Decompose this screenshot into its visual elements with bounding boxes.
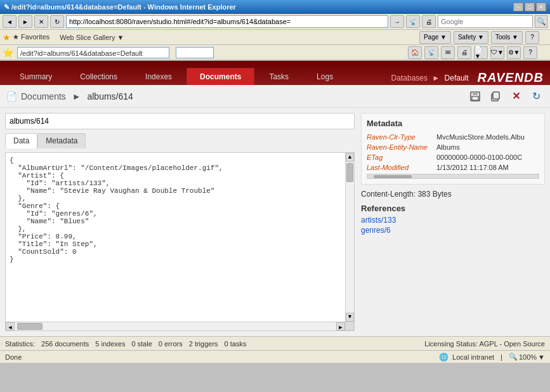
indexes-count: 5 indexes [95, 340, 125, 348]
tab-metadata-doc[interactable]: Metadata [37, 133, 86, 148]
document-editor[interactable]: { "AlbumArtUrl": "/Content/Images/placeh… [6, 153, 354, 296]
browser-status-left: Done [5, 353, 439, 361]
nav-tabs: Summary Collections Indexes Documents Ta… [0, 61, 550, 85]
back-button[interactable]: ◄ [3, 15, 16, 28]
reference-link-artists[interactable]: artists/133 [361, 216, 545, 225]
doc-tab-bar: Data Metadata [5, 133, 355, 148]
search-input[interactable] [438, 15, 533, 28]
metadata-scrollbar[interactable] [367, 174, 539, 179]
help-toolbar-button[interactable]: ? [523, 46, 537, 59]
zoom-separator: | [501, 353, 502, 361]
metadata-key-clr-type: Raven-Clr-Type [367, 133, 436, 141]
safety-button[interactable]: Safety ▼ [454, 31, 488, 44]
stop-button[interactable]: ✕ [34, 15, 48, 28]
breadcrumb-parent[interactable]: Documents [21, 91, 66, 101]
zoom-control[interactable]: 🔍 100% ▼ [509, 353, 545, 361]
tasks-count: 0 tasks [225, 340, 247, 348]
tab-data[interactable]: Data [5, 133, 37, 148]
rss-icon[interactable]: 📡 [406, 15, 420, 28]
tools-toolbar-button[interactable]: ⚙▼ [507, 46, 521, 59]
search-button[interactable]: 🔍 [535, 15, 547, 28]
reference-link-genres[interactable]: genres/6 [361, 226, 545, 235]
breadcrumb: Documents ► albums/614 [21, 91, 133, 101]
tab-collections[interactable]: Collections [67, 68, 131, 85]
tab-logs[interactable]: Logs [303, 68, 346, 85]
scroll-down-button[interactable]: ▼ [346, 313, 354, 322]
tab-tasks[interactable]: Tasks [256, 68, 302, 85]
address-toolbar: ⭐ /edit?id=albums/614&database=Default 🏠… [0, 45, 550, 60]
tab-documents[interactable]: Documents [187, 68, 254, 85]
doc-left-panel: Data Metadata { "AlbumArtUrl": "/Content… [5, 113, 355, 331]
mail-icon[interactable]: ✉ [441, 46, 455, 59]
minimize-button[interactable]: − [513, 3, 523, 11]
page-button[interactable]: Page ▼ [419, 31, 451, 44]
page-address-bar[interactable]: /edit?id=albums/614&database=Default [17, 47, 169, 58]
doc-tabs: Data Metadata [5, 133, 355, 148]
statistics-label: Statistics: [5, 340, 35, 348]
content-length-section: Content-Length: 383 Bytes [361, 190, 545, 199]
content-length-label: Content-Length: 383 Bytes [361, 190, 452, 199]
vertical-scrollbar[interactable]: ▲ ▼ [345, 153, 354, 322]
favorites-button[interactable]: ★ Favorites [13, 33, 49, 41]
document-icon: 📄 [6, 91, 17, 101]
tab-summary[interactable]: Summary [6, 68, 65, 85]
tab-selector[interactable] [176, 47, 214, 58]
databases-link[interactable]: Databases ► Default [391, 74, 469, 82]
licensing-label: Licensing Status: [424, 340, 478, 348]
scroll-up-button[interactable]: ▲ [346, 153, 354, 162]
license-type: AGPL - Open Source [479, 340, 545, 348]
metadata-last-modified-row: Last-Modified 1/13/2012 11:17:08 AM [367, 164, 539, 171]
toolbar-bar: ★ ★ Favorites Web Slice Gallery ▼ Page ▼… [0, 30, 550, 45]
copy-button[interactable] [488, 89, 503, 104]
delete-button[interactable]: ✕ [508, 89, 523, 104]
favorites-star-icon: ★ [3, 32, 11, 42]
document-header: 📄 Documents ► albums/614 ✕ ↻ [0, 85, 550, 108]
refresh-button[interactable]: ↻ [50, 15, 64, 28]
web-slice-button[interactable]: Web Slice Gallery ▼ [60, 34, 124, 41]
forward-button[interactable]: ► [18, 15, 32, 28]
maximize-button[interactable]: □ [525, 3, 535, 11]
h-scroll-track[interactable] [15, 322, 336, 330]
print-toolbar-icon[interactable]: 🖨 [457, 46, 471, 59]
safety-toolbar-button[interactable]: 🛡▼ [490, 46, 504, 59]
save-button[interactable] [468, 89, 483, 104]
db-navigation: Databases ► Default RAVENDB [391, 70, 550, 85]
triggers-count: 2 triggers [189, 340, 218, 348]
refresh-doc-button[interactable]: ↻ [528, 89, 544, 104]
scroll-left-button[interactable]: ◄ [6, 322, 15, 330]
svg-rect-1 [473, 92, 478, 95]
metadata-title: Metadata [367, 119, 539, 128]
horizontal-scrollbar[interactable]: ◄ ► [6, 322, 345, 330]
scroll-right-button[interactable]: ► [336, 322, 345, 330]
close-window-button[interactable]: ✕ [536, 3, 546, 11]
h-scroll-thumb[interactable] [17, 323, 43, 330]
document-id-input[interactable] [5, 113, 355, 129]
go-button[interactable]: → [390, 15, 404, 28]
window-controls[interactable]: − □ ✕ [513, 3, 546, 11]
metadata-section: Metadata Raven-Clr-Type MvcMusicStore.Mo… [361, 113, 545, 185]
address-bar[interactable] [66, 15, 388, 28]
help-button[interactable]: ? [525, 31, 539, 44]
print-icon[interactable]: 🖨 [422, 15, 436, 28]
references-section: References artists/133 genres/6 [361, 204, 545, 236]
zone-label: Local intranet [452, 353, 494, 361]
doc-right-panel: Metadata Raven-Clr-Type MvcMusicStore.Mo… [361, 113, 545, 331]
page-toolbar-button[interactable]: 📄▼ [474, 46, 488, 59]
scroll-track[interactable] [346, 162, 354, 313]
documents-count: 256 documents [41, 340, 89, 348]
nav-bar: ◄ ► ✕ ↻ → 📡 🖨 🔍 [0, 14, 550, 30]
metadata-scrollbar-thumb[interactable] [374, 175, 412, 179]
rss-toolbar-icon[interactable]: 📡 [424, 46, 438, 59]
metadata-etag-row: ETag 00000000-0000-0100-000C [367, 154, 539, 161]
scroll-thumb[interactable] [346, 163, 353, 182]
content-area: 📄 Documents ► albums/614 ✕ ↻ [0, 85, 550, 350]
errors-count: 0 errors [159, 340, 183, 348]
tab-indexes[interactable]: Indexes [132, 68, 185, 85]
home-icon[interactable]: 🏠 [408, 46, 422, 59]
document-editor-container: { "AlbumArtUrl": "/Content/Images/placeh… [5, 152, 355, 331]
document-actions: ✕ ↻ [468, 89, 544, 104]
metadata-key-etag: ETag [367, 154, 436, 161]
tools-button[interactable]: Tools ▼ [491, 31, 523, 44]
nav-separator: ► [432, 74, 442, 82]
statistics-bar: Statistics: 256 documents 5 indexes 0 st… [0, 336, 550, 350]
